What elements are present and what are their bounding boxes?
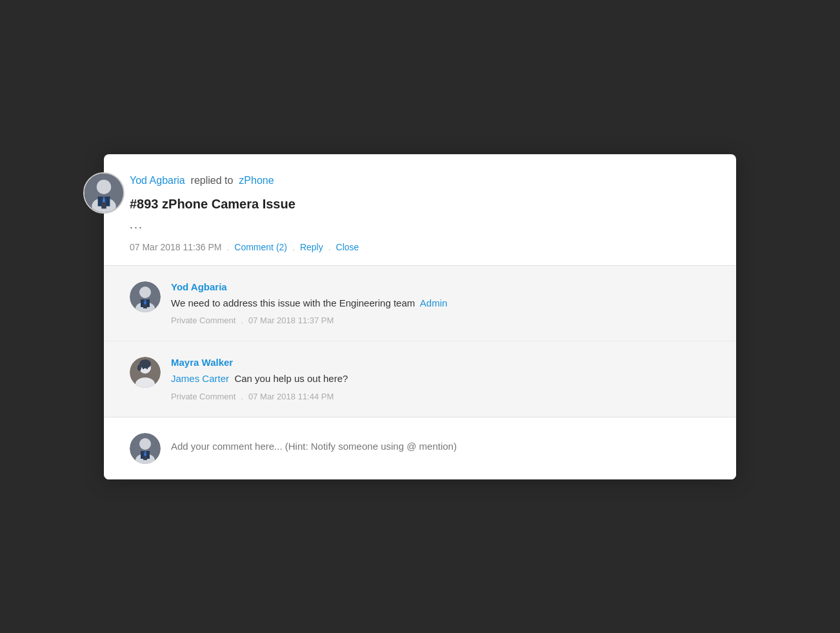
meta-dot-2: . (292, 242, 295, 252)
replied-prefix: replied to (191, 175, 234, 186)
meta-line: 07 Mar 2018 11:36 PM . Comment (2) . Rep… (130, 242, 710, 252)
comment-privacy-2: Private Comment (171, 392, 235, 401)
input-area (104, 417, 736, 479)
header-timestamp: 07 Mar 2018 11:36 PM (130, 242, 221, 252)
comment-item-2: Mayra Walker James Carter Can you help u… (104, 341, 736, 417)
comment-body-1: Yod Agbaria We need to address this issu… (171, 281, 710, 326)
comment-prefix-1: We need to address this issue with the E… (171, 297, 415, 308)
svg-point-22 (139, 438, 151, 450)
comments-section: Yod Agbaria We need to address this issu… (104, 265, 736, 417)
comment-avatar-2 (130, 357, 161, 388)
ellipsis-text: ... (130, 218, 710, 232)
comment-dot-2: . (241, 392, 243, 401)
comment-avatar-1 (130, 281, 161, 312)
replied-line: Yod Agbaria replied to zPhone (130, 175, 710, 186)
main-card: Yod Agbaria replied to zPhone #893 zPhon… (104, 154, 736, 479)
reply-link[interactable]: Reply (300, 242, 323, 252)
comment-text-2: James Carter Can you help us out here? (171, 372, 710, 387)
svg-point-8 (139, 286, 151, 298)
comment-mention-1[interactable]: Admin (420, 297, 448, 308)
card-header: Yod Agbaria replied to zPhone #893 zPhon… (104, 154, 736, 265)
svg-point-1 (97, 179, 112, 194)
comment-mention-2[interactable]: James Carter (171, 373, 229, 384)
comment-privacy-1: Private Comment (171, 316, 235, 325)
svg-point-20 (146, 368, 148, 369)
comment-text-1: We need to address this issue with the E… (171, 296, 710, 311)
comment-meta-2: Private Comment . 07 Mar 2018 11:44 PM (171, 392, 710, 401)
comment-suffix-2: Can you help us out here? (234, 373, 348, 384)
input-avatar (130, 433, 161, 464)
svg-point-19 (143, 368, 144, 369)
comment-meta-1: Private Comment . 07 Mar 2018 11:37 PM (171, 316, 710, 325)
ticket-title: #893 zPhone Camera Issue (130, 197, 710, 212)
commenter-name-1: Yod Agbaria (171, 281, 710, 292)
comment-item-1: Yod Agbaria We need to address this issu… (104, 266, 736, 342)
close-link[interactable]: Close (336, 242, 359, 252)
replied-to-link[interactable]: zPhone (239, 175, 274, 186)
comment-timestamp-1: 07 Mar 2018 11:37 PM (248, 316, 334, 325)
svg-point-18 (137, 365, 141, 371)
comment-dot-1: . (241, 316, 243, 325)
comment-body-2: Mayra Walker James Carter Can you help u… (171, 357, 710, 401)
meta-dot-3: . (328, 242, 331, 252)
comment-link[interactable]: Comment (2) (234, 242, 287, 252)
comment-timestamp-2: 07 Mar 2018 11:44 PM (248, 392, 334, 401)
meta-dot-1: . (226, 242, 229, 252)
outer-avatar (83, 172, 125, 214)
user-name-link[interactable]: Yod Agbaria (130, 175, 185, 186)
commenter-name-2: Mayra Walker (171, 357, 710, 368)
comment-input[interactable] (171, 433, 710, 459)
